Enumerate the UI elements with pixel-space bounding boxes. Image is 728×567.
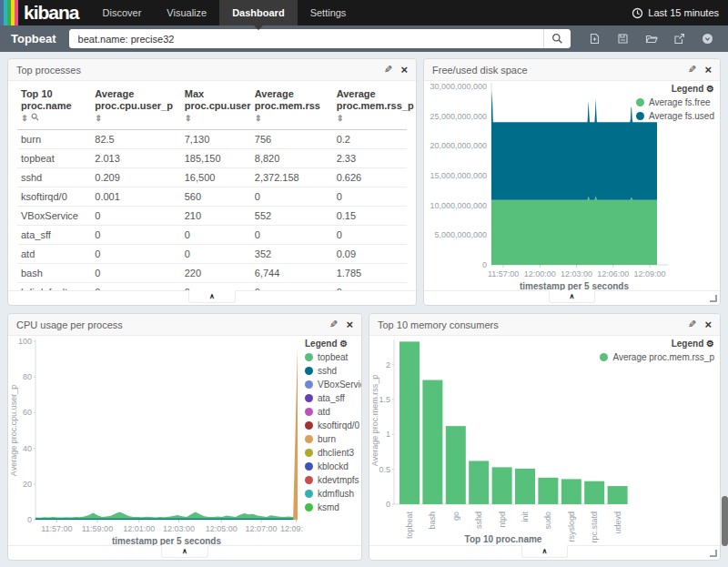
close-panel-icon[interactable]: × — [400, 66, 408, 75]
new-dashboard-button[interactable] — [583, 29, 606, 48]
column-header[interactable]: Averageproc.mem.rss ⇕ — [251, 85, 333, 130]
table-row: sshd0.20916,5002,372.1580.626 — [17, 168, 407, 187]
axis-label: 0.5 — [379, 465, 390, 474]
column-header[interactable]: Maxproc.cpu.user ⇕ — [181, 85, 251, 130]
collapse-panel-button[interactable]: ∧ — [188, 290, 236, 303]
nav-item-dashboard[interactable]: Dashboard — [219, 0, 297, 25]
legend-item[interactable]: ata_sff — [305, 393, 361, 403]
bar-udevd — [608, 486, 628, 504]
sort-icon[interactable]: ⇕ — [185, 114, 192, 123]
table-cell: 2.013 — [91, 149, 180, 168]
kibana-logo[interactable]: kibana — [0, 0, 90, 25]
panel-footer: ∧ — [8, 545, 361, 560]
search-button[interactable] — [543, 29, 571, 48]
legend-item[interactable]: burn — [305, 434, 361, 444]
legend-item[interactable]: Average proc.mem.rss_p — [600, 352, 714, 362]
collapse-panel-button[interactable]: ∧ — [161, 545, 208, 558]
legend-item[interactable]: dhclient3 — [305, 448, 361, 458]
main-nav: DiscoverVisualizeDashboardSettings — [90, 0, 359, 25]
load-dashboard-button[interactable] — [640, 29, 662, 48]
legend-item[interactable]: Average fs.used — [636, 111, 714, 121]
close-panel-icon[interactable]: × — [346, 320, 353, 329]
axis-label: bash — [428, 511, 437, 530]
axis-label: 80 — [23, 372, 32, 381]
legend-toggle[interactable]: Legend ⚙ — [600, 339, 714, 349]
edit-panel-icon[interactable]: ✎ — [384, 64, 392, 76]
legend-item[interactable]: VBoxService — [305, 380, 361, 390]
table-cell: 0 — [181, 245, 251, 264]
nav-item-discover[interactable]: Discover — [90, 0, 155, 25]
legend-gear-icon[interactable]: ⚙ — [706, 84, 714, 94]
axis-label: 0 — [27, 515, 32, 524]
close-panel-icon[interactable]: × — [704, 320, 712, 329]
table-row: burn82.57,1307560.2 — [17, 130, 407, 149]
column-header[interactable]: Averageproc.cpu.user_p ⇕ — [91, 85, 180, 130]
resize-handle[interactable] — [710, 550, 717, 557]
collapse-panel-button[interactable]: ∧ — [549, 290, 596, 303]
sort-icon[interactable]: ⇕ — [95, 114, 102, 123]
legend-toggle[interactable]: Legend ⚙ — [636, 84, 714, 94]
table-cell: 0 — [91, 245, 180, 264]
axis-label: 5,000,000,000 — [434, 230, 487, 239]
column-header[interactable]: Averageproc.mem.rss_p ⇕ — [333, 85, 407, 130]
axis-label: 1.5 — [379, 395, 390, 404]
table-cell: 8,820 — [251, 149, 333, 168]
table-cell: 0 — [91, 283, 180, 291]
close-panel-icon[interactable]: × — [704, 66, 712, 75]
table-cell: ata_sff — [17, 226, 91, 245]
save-dashboard-button[interactable] — [612, 29, 634, 48]
axis-label: Top 10 proc.name — [465, 534, 542, 544]
legend-item[interactable]: kdevtmpfs — [305, 475, 361, 485]
timepicker-button[interactable]: Last 15 minutes — [622, 0, 728, 25]
legend-color-dot — [600, 353, 608, 361]
scrollbar-thumb[interactable] — [722, 496, 728, 546]
sort-icon[interactable]: ⇕ — [255, 114, 262, 123]
legend-item[interactable]: kblockd — [305, 461, 361, 471]
legend-item[interactable]: atd — [305, 407, 361, 417]
column-search-icon[interactable] — [31, 113, 39, 121]
legend-gear-icon[interactable]: ⚙ — [339, 339, 348, 349]
legend-toggle[interactable]: Legend ⚙ — [305, 339, 361, 349]
table-cell: bash — [17, 264, 91, 283]
sort-icon[interactable]: ⇕ — [337, 114, 344, 123]
query-input[interactable] — [69, 29, 543, 48]
axis-label: ntpd — [498, 511, 507, 528]
top-navbar: kibana DiscoverVisualizeDashboardSetting… — [0, 0, 728, 25]
axis-label: rsyslogd — [567, 511, 576, 542]
nav-item-visualize[interactable]: Visualize — [154, 0, 219, 25]
resize-handle[interactable] — [710, 295, 717, 302]
axis-label: rpc.statd — [590, 511, 599, 543]
table-cell: atd — [17, 245, 91, 264]
panel-header[interactable]: Top 10 memory consumers ✎ × — [369, 314, 720, 336]
table-cell: 552 — [251, 207, 333, 226]
collapse-button[interactable] — [696, 29, 719, 48]
nav-item-settings[interactable]: Settings — [298, 0, 359, 25]
table-cell: 0.626 — [333, 168, 407, 187]
edit-panel-icon[interactable]: ✎ — [688, 64, 696, 76]
bar-init — [515, 469, 535, 504]
legend-item[interactable]: kdmflush — [305, 489, 361, 499]
share-button[interactable] — [668, 29, 691, 48]
panel-header[interactable]: CPU usage per process ✎ × — [8, 314, 361, 336]
table-cell: 0.15 — [333, 207, 407, 226]
legend-color-dot — [305, 462, 313, 471]
table-cell: 0.2 — [333, 130, 407, 149]
edit-panel-icon[interactable]: ✎ — [329, 319, 338, 330]
table-cell: 560 — [181, 187, 251, 207]
panel-header[interactable]: Top processes ✎ × — [8, 59, 416, 81]
axis-label: timestamp per 5 seconds — [520, 281, 629, 290]
legend-item[interactable]: sshd — [305, 366, 361, 376]
panel-header[interactable]: Free/used disk space ✎ × — [424, 59, 720, 81]
legend-item[interactable]: ksmd — [305, 502, 361, 512]
legend-item[interactable]: ksoftirqd/0 — [305, 420, 361, 430]
legend-gear-icon[interactable]: ⚙ — [706, 339, 714, 349]
edit-panel-icon[interactable]: ✎ — [688, 319, 696, 330]
column-header[interactable]: Top 10 proc.name⇕ — [17, 85, 91, 130]
collapse-panel-button[interactable]: ∧ — [521, 545, 569, 558]
panel-footer: ∧ — [424, 290, 720, 305]
legend-item-label: ata_sff — [318, 393, 345, 403]
legend-item[interactable]: Average fs.free — [636, 97, 714, 107]
axis-label: init — [521, 511, 530, 522]
sort-icon[interactable]: ⇕ — [21, 114, 28, 123]
legend-item[interactable]: topbeat — [305, 352, 361, 362]
